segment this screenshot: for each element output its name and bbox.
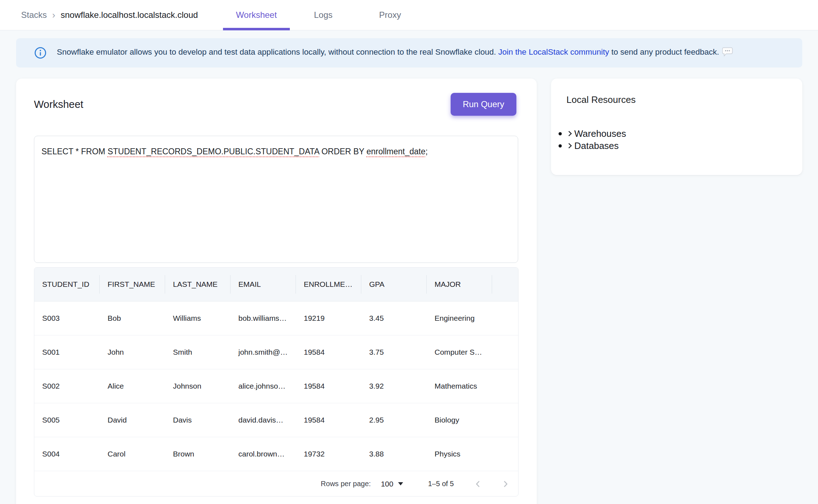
resource-item-label: Databases	[574, 140, 619, 151]
snowflake-emulator-page: Stacks › snowflake.localhost.localstack.…	[0, 0, 818, 504]
speech-balloon-icon	[722, 47, 733, 59]
pagination-range: 1–5 of 5	[428, 480, 454, 488]
tab-logs[interactable]: Logs	[290, 0, 357, 30]
local-resources-title: Local Resources	[566, 94, 636, 105]
worksheet-title: Worksheet	[34, 99, 83, 110]
chevron-left-icon	[473, 479, 482, 489]
worksheet-card: Worksheet Run Query SELECT * FROM STUDEN…	[16, 79, 537, 504]
run-query-button[interactable]: Run Query	[451, 93, 516, 116]
table-cell: Physics	[427, 437, 492, 471]
table-cell: 19584	[296, 369, 361, 403]
table-cell: Johnson	[165, 369, 230, 403]
table-cell: Williams	[165, 301, 230, 335]
sql-table-identifier: STUDENT_RECORDS_DEMO.PUBLIC.STUDENT_DATA	[108, 147, 319, 156]
breadcrumb-separator: ›	[52, 10, 55, 21]
column-header-gpa[interactable]: GPA	[361, 268, 427, 301]
rows-per-page-select[interactable]: 100	[381, 480, 403, 488]
tab-worksheet-label: Worksheet	[236, 10, 277, 20]
banner-text-after-link: to send any product feedback.	[609, 48, 719, 56]
localstack-community-link[interactable]: Join the LocalStack community	[498, 48, 609, 56]
table-cell-filler	[492, 437, 518, 471]
table-cell: 19219	[296, 301, 361, 335]
table-cell: Carol	[100, 437, 165, 471]
table-cell: Mathematics	[427, 369, 492, 403]
table-cell: 19732	[296, 437, 361, 471]
info-icon	[34, 46, 47, 59]
table-cell: 3.92	[361, 369, 427, 403]
table-cell: david.davis…	[230, 403, 296, 437]
column-header-student-id[interactable]: STUDENT_ID	[34, 268, 100, 301]
table-cell: 3.45	[361, 301, 427, 335]
table-cell-filler	[492, 301, 518, 335]
breadcrumb-stacks-link[interactable]: Stacks	[21, 10, 47, 20]
chevron-right-icon	[567, 129, 573, 138]
worksheet-header: Worksheet Run Query	[34, 93, 516, 116]
table-cell: Brown	[165, 437, 230, 471]
sql-text-part1: SELECT * FROM	[41, 147, 108, 156]
table-cell-filler	[492, 369, 518, 403]
local-resources-card: Local Resources Warehouses Databases	[551, 79, 802, 175]
bullet-icon	[559, 144, 562, 148]
table-cell: alice.johnso…	[230, 369, 296, 403]
table-cell: 3.75	[361, 335, 427, 369]
chevron-right-icon	[501, 479, 510, 489]
sql-text-part2: ORDER BY	[319, 147, 367, 156]
table-cell: carol.brown…	[230, 437, 296, 471]
table-cell: Smith	[165, 335, 230, 369]
table-row[interactable]: S003 Bob Williams bob.williams… 19219 3.…	[34, 301, 518, 335]
resources-list: Warehouses Databases	[559, 128, 795, 152]
table-row[interactable]: S001 John Smith john.smith@… 19584 3.75 …	[34, 335, 518, 369]
caret-down-icon	[398, 482, 403, 485]
table-cell: 19584	[296, 335, 361, 369]
sql-text-part3: ;	[425, 147, 427, 156]
table-cell: 19584	[296, 403, 361, 437]
breadcrumb-current-stack: snowflake.localhost.localstack.cloud	[61, 10, 198, 20]
banner-message: Snowflake emulator allows you to develop…	[57, 47, 733, 59]
table-cell-filler	[492, 403, 518, 437]
table-row[interactable]: S002 Alice Johnson alice.johnso… 19584 3…	[34, 369, 518, 403]
info-banner: Snowflake emulator allows you to develop…	[16, 38, 802, 68]
table-cell-filler	[492, 335, 518, 369]
banner-text-before-link: Snowflake emulator allows you to develop…	[57, 48, 498, 56]
table-cell: S003	[34, 301, 100, 335]
table-cell: Bob	[100, 301, 165, 335]
tab-worksheet[interactable]: Worksheet	[223, 0, 290, 30]
table-cell: Engineering	[427, 301, 492, 335]
active-tab-indicator	[223, 28, 290, 30]
table-row[interactable]: S004 Carol Brown carol.brown… 19732 3.88…	[34, 437, 518, 471]
table-cell: bob.williams…	[230, 301, 296, 335]
rows-per-page-value: 100	[381, 480, 393, 488]
table-cell: Alice	[100, 369, 165, 403]
column-header-filler	[492, 268, 518, 301]
sql-editor[interactable]: SELECT * FROM STUDENT_RECORDS_DEMO.PUBLI…	[34, 136, 518, 263]
tab-proxy[interactable]: Proxy	[357, 0, 423, 30]
table-cell: Computer S…	[427, 335, 492, 369]
table-cell: S001	[34, 335, 100, 369]
column-header-email[interactable]: EMAIL	[230, 268, 296, 301]
table-cell: S005	[34, 403, 100, 437]
chevron-right-icon	[567, 141, 573, 150]
tab-logs-label: Logs	[314, 10, 332, 20]
resource-item-warehouses[interactable]: Warehouses	[559, 128, 795, 140]
breadcrumb: Stacks › snowflake.localhost.localstack.…	[21, 0, 198, 30]
column-header-major[interactable]: MAJOR	[427, 268, 492, 301]
column-header-last-name[interactable]: LAST_NAME	[165, 268, 230, 301]
next-page-button[interactable]	[498, 476, 513, 491]
results-table: STUDENT_ID FIRST_NAME LAST_NAME EMAIL EN…	[34, 267, 519, 496]
table-cell: John	[100, 335, 165, 369]
column-header-enrollment-date[interactable]: ENROLLME…	[296, 268, 361, 301]
column-header-first-name[interactable]: FIRST_NAME	[100, 268, 165, 301]
table-cell: Biology	[427, 403, 492, 437]
top-navigation-bar: Stacks › snowflake.localhost.localstack.…	[0, 0, 818, 30]
table-cell: S002	[34, 369, 100, 403]
table-pagination: Rows per page: 100 1–5 of 5	[34, 471, 518, 496]
resource-item-databases[interactable]: Databases	[559, 140, 795, 152]
table-cell: David	[100, 403, 165, 437]
tab-proxy-label: Proxy	[379, 10, 401, 20]
sql-column-identifier: enrollment_date	[367, 147, 426, 156]
rows-per-page-label: Rows per page:	[321, 480, 371, 488]
table-row[interactable]: S005 David Davis david.davis… 19584 2.95…	[34, 403, 518, 437]
resource-item-label: Warehouses	[574, 128, 626, 139]
table-cell: S004	[34, 437, 100, 471]
previous-page-button[interactable]	[470, 476, 485, 491]
